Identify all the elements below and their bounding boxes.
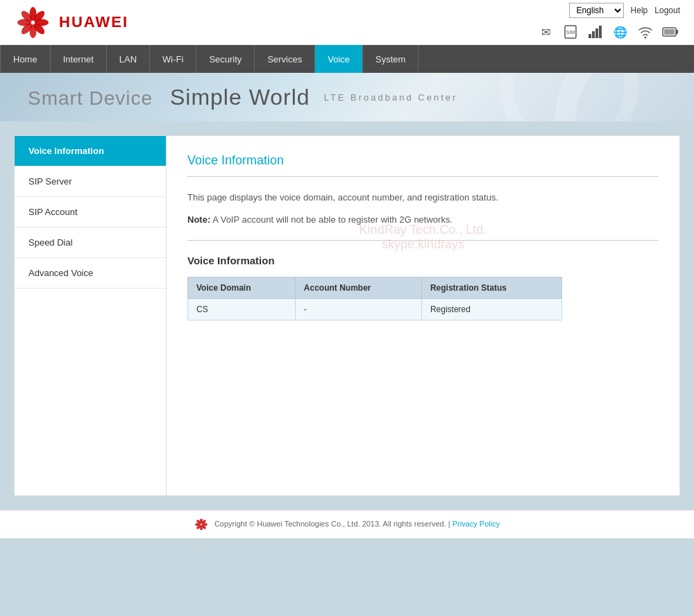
battery-icon: [661, 22, 680, 42]
content-divider: [187, 176, 659, 177]
logo-area: HUAWEI: [14, 7, 128, 38]
svg-point-14: [645, 37, 647, 39]
main-wrapper: Voice Information SIP Server SIP Account…: [0, 121, 694, 510]
svg-rect-12: [595, 28, 598, 38]
table-row: CS-Registered: [188, 299, 562, 320]
header-right: English Chinese Help Logout ✉ SIM 🌐: [536, 3, 680, 42]
svg-rect-11: [592, 31, 595, 38]
banner-subtext: LTE Broadband Center: [324, 92, 458, 103]
section-divider: [187, 240, 659, 241]
nav-security[interactable]: Security: [196, 45, 255, 73]
header: HUAWEI English Chinese Help Logout ✉ SIM: [0, 0, 694, 45]
nav-internet[interactable]: Internet: [51, 45, 107, 73]
nav-home[interactable]: Home: [0, 45, 51, 73]
nav-wifi[interactable]: Wi-Fi: [150, 45, 196, 73]
note-content: A VoIP account will not be able to regis…: [212, 214, 452, 225]
description-text: This page displays the voice domain, acc…: [187, 191, 659, 205]
nav-system[interactable]: System: [363, 45, 418, 73]
col-voice-domain: Voice Domain: [188, 277, 296, 299]
status-icons: ✉ SIM 🌐: [536, 22, 680, 42]
banner-text: Smart Device Simple World: [28, 85, 310, 110]
logout-link[interactable]: Logout: [654, 6, 680, 15]
banner-decoration-circle2: [500, 73, 638, 121]
voice-info-table: Voice Domain Account Number Registration…: [187, 277, 562, 320]
nav-lan[interactable]: LAN: [107, 45, 150, 73]
privacy-policy-link[interactable]: Privacy Policy: [452, 520, 500, 528]
nav-voice[interactable]: Voice: [315, 45, 363, 73]
sidebar-item-sip-account[interactable]: SIP Account: [15, 197, 166, 228]
content-title: Voice Information: [187, 153, 659, 168]
svg-rect-10: [589, 34, 591, 38]
col-registration-status: Registration Status: [421, 277, 561, 299]
help-link[interactable]: Help: [631, 6, 648, 15]
navbar: Home Internet LAN Wi-Fi Security Service…: [0, 45, 694, 73]
footer-huawei-logo-icon: [194, 519, 208, 530]
email-icon: ✉: [536, 22, 555, 42]
footer: Copyright © Huawei Technologies Co., Ltd…: [0, 510, 694, 538]
sidebar-item-advanced-voice[interactable]: Advanced Voice: [15, 258, 166, 289]
table-cell: CS: [188, 299, 296, 320]
section-title: Voice Information: [187, 255, 659, 266]
note-text: Note: A VoIP account will not be able to…: [187, 213, 659, 227]
svg-rect-16: [676, 30, 678, 34]
usim-icon: SIM: [561, 22, 580, 42]
sidebar-item-speed-dial[interactable]: Speed Dial: [15, 228, 166, 258]
note-label: Note:: [187, 214, 210, 225]
table-cell: -: [295, 299, 421, 320]
wifi-icon: [636, 22, 655, 42]
sidebar: Voice Information SIP Server SIP Account…: [14, 135, 167, 496]
language-select[interactable]: English Chinese: [569, 3, 624, 18]
table-body: CS-Registered: [188, 299, 562, 320]
svg-rect-13: [599, 26, 602, 38]
globe-icon: 🌐: [611, 22, 630, 42]
lang-help-area: English Chinese Help Logout: [569, 3, 680, 18]
signal-icon: [586, 22, 605, 42]
sidebar-item-voice-information[interactable]: Voice Information: [15, 136, 166, 166]
sidebar-item-sip-server[interactable]: SIP Server: [15, 166, 166, 197]
watermark-line2: skype:kindrays: [359, 237, 487, 252]
watermark: KindRay Tech.Co., Ltd. skype:kindrays: [359, 223, 487, 252]
table-header-row: Voice Domain Account Number Registration…: [188, 277, 562, 299]
svg-rect-17: [664, 29, 675, 35]
col-account-number: Account Number: [295, 277, 421, 299]
main-content-wrapper: Voice Information This page displays the…: [187, 153, 659, 320]
logo-text: HUAWEI: [59, 13, 128, 31]
huawei-logo-icon: [14, 7, 52, 38]
footer-copyright: Copyright © Huawei Technologies Co., Ltd…: [214, 520, 446, 528]
banner: Smart Device Simple World LTE Broadband …: [0, 73, 694, 121]
content-area: Voice Information This page displays the…: [167, 135, 680, 496]
nav-services[interactable]: Services: [255, 45, 315, 73]
svg-text:SIM: SIM: [566, 30, 575, 35]
table-cell: Registered: [421, 299, 561, 320]
